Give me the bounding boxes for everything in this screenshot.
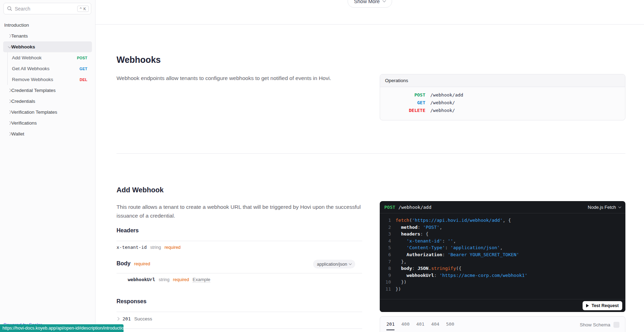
operation-link-delete[interactable]: DELETE/webhook/ xyxy=(385,107,620,114)
response-tab-400[interactable]: 400 xyxy=(401,321,409,330)
response-row-201[interactable]: 201 Success xyxy=(117,316,152,321)
chevron-right-icon xyxy=(8,100,12,103)
code-line: 9 webhookUrl: 'https://acme-corp.com/web… xyxy=(384,272,621,279)
sidebar-item-label: Verifications xyxy=(11,120,37,126)
operation-link-get[interactable]: GET/webhook/ xyxy=(385,99,620,107)
chevron-right-icon xyxy=(8,34,12,38)
sidebar-item-webhooks[interactable]: Webhooks xyxy=(3,41,92,52)
example-link[interactable]: Example xyxy=(193,277,211,283)
sidebar-nav: IntroductionTenantsWebhooksAdd WebhookPO… xyxy=(0,20,95,139)
body-required-badge: required xyxy=(134,261,150,266)
code-line: 5 'Content-Type': 'application/json', xyxy=(384,244,621,251)
code-line: 6 Authorization: 'Bearer YOUR_SECRET_TOK… xyxy=(384,251,621,258)
content-type-select[interactable]: application/json xyxy=(313,260,355,268)
response-tab-401[interactable]: 401 xyxy=(416,321,424,330)
code-method: POST xyxy=(384,205,395,210)
code-line: 1fetch('https://api.hovi.id/webhook/add'… xyxy=(384,217,621,224)
response-code: 201 xyxy=(122,316,131,321)
sidebar-item-label: Introduction xyxy=(4,22,29,28)
responses-heading: Responses xyxy=(117,298,146,305)
code-line: 4 'x-tenant-id': '', xyxy=(384,238,621,245)
response-tabs-row: 201400401404500 Show Schema xyxy=(380,317,625,330)
code-line: 10 }) xyxy=(384,279,621,286)
sidebar-item-label: Tenants xyxy=(11,33,28,39)
sidebar-item-add-webhook[interactable]: Add WebhookPOST xyxy=(8,52,92,63)
code-lines: 1fetch('https://api.hovi.id/webhook/add'… xyxy=(380,213,625,296)
code-line: 11}) xyxy=(384,286,621,293)
line-number: 1 xyxy=(384,217,391,224)
method-label: POST xyxy=(385,91,425,99)
response-tab-201[interactable]: 201 xyxy=(386,321,394,330)
top-band: Show More xyxy=(95,0,644,25)
sidebar-item-label: Verification Templates xyxy=(11,109,57,115)
chevron-right-icon xyxy=(8,89,12,92)
headers-heading: Headers xyxy=(117,227,139,234)
code-text: body: JSON.stringify({ xyxy=(396,265,462,272)
client-select[interactable]: Node.js Fetch xyxy=(588,205,621,210)
response-tab-404[interactable]: 404 xyxy=(431,321,439,330)
line-number: 8 xyxy=(384,265,391,272)
operation-title: Add Webhook xyxy=(117,186,164,194)
test-request-button[interactable]: Test Request xyxy=(583,301,622,310)
sidebar-item-get-all-webhooks[interactable]: Get All WebhooksGET xyxy=(8,63,92,74)
chevron-right-icon xyxy=(8,111,12,114)
sidebar-item-label: Webhooks xyxy=(11,44,35,49)
code-text: 'Content-Type': 'application/json', xyxy=(396,244,503,251)
response-tab-500[interactable]: 500 xyxy=(446,321,454,330)
method-label: DELETE xyxy=(385,107,425,114)
method-badge: GET xyxy=(80,67,88,71)
operation-link-post[interactable]: POST/webhook/add xyxy=(385,91,620,99)
sidebar-item-label: Credentials xyxy=(11,99,35,104)
code-text: }) xyxy=(396,279,406,286)
sidebar-item-remove-webhooks[interactable]: Remove WebhooksDEL xyxy=(8,74,92,85)
sidebar-item-verifications[interactable]: Verifications xyxy=(3,118,92,128)
sidebar-item-label: Get All Webhooks xyxy=(12,66,49,71)
chevron-down-icon xyxy=(8,45,12,48)
body-heading: Bodyrequired xyxy=(117,260,150,267)
sidebar-item-tenants[interactable]: Tenants xyxy=(3,31,92,41)
line-number: 7 xyxy=(384,258,391,265)
line-number: 9 xyxy=(384,272,391,279)
chevron-right-icon xyxy=(8,132,12,136)
operation-description: This route allows a tenant to create a w… xyxy=(117,202,362,220)
show-schema-toggle[interactable]: Show Schema xyxy=(580,322,619,330)
chevron-right-icon xyxy=(8,121,12,125)
line-number: 3 xyxy=(384,231,391,238)
show-schema-checkbox[interactable] xyxy=(613,322,619,328)
code-text: }, xyxy=(396,258,406,265)
operations-card: Operations POST/webhook/addGET/webhook/D… xyxy=(380,74,625,120)
code-text: fetch('https://api.hovi.id/webhook/add',… xyxy=(396,217,511,224)
method-badge: DEL xyxy=(80,78,87,82)
sidebar-item-wallet[interactable]: Wallet xyxy=(3,128,92,139)
search-placeholder: Search xyxy=(15,6,77,12)
line-number: 6 xyxy=(384,251,391,258)
param-required-badge: required xyxy=(165,245,181,250)
chevron-right-icon xyxy=(116,317,120,321)
section-divider xyxy=(117,153,625,154)
param-required-badge: required xyxy=(173,277,189,282)
code-path: /webhook/add xyxy=(398,205,431,210)
code-text: Authorization: 'Bearer YOUR_SECRET_TOKEN… xyxy=(396,251,519,258)
search-input[interactable]: Search ^ K xyxy=(4,3,91,14)
code-line: 8 body: JSON.stringify({ xyxy=(384,265,621,272)
path-label: /webhook/ xyxy=(430,99,455,107)
show-more-button[interactable]: Show More xyxy=(347,0,392,8)
param-type: string xyxy=(150,245,161,250)
code-example-panel: POST /webhook/add Node.js Fetch 1fetch('… xyxy=(380,201,625,312)
chevron-down-icon xyxy=(383,0,386,2)
path-label: /webhook/ xyxy=(430,107,455,114)
code-panel-footer: Test Request xyxy=(380,299,625,312)
line-number: 11 xyxy=(384,286,391,293)
param-type: string xyxy=(159,277,170,282)
sidebar-item-label: Remove Webhooks xyxy=(12,77,53,82)
sidebar-item-credential-templates[interactable]: Credential Templates xyxy=(3,85,92,96)
sidebar-item-introduction[interactable]: Introduction xyxy=(3,20,92,31)
response-tabs: 201400401404500 xyxy=(386,321,461,330)
method-badge: POST xyxy=(77,56,87,60)
code-text: webhookUrl: 'https://acme-corp.com/webho… xyxy=(396,272,527,279)
response-tabs-panel: 201400401404500 Show Schema xyxy=(380,316,625,332)
sidebar-item-verification-templates[interactable]: Verification Templates xyxy=(3,107,92,118)
link-status-tooltip: https://hovi-docs.koyeb.app/api/open-id#… xyxy=(0,324,124,332)
sidebar-item-credentials[interactable]: Credentials xyxy=(3,96,92,107)
divider xyxy=(117,328,362,329)
